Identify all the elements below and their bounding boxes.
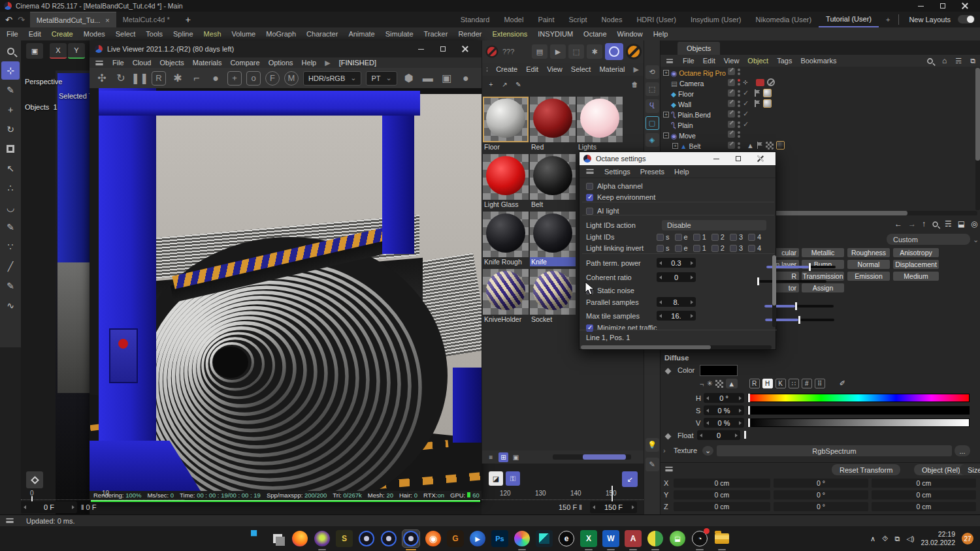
linking-e-checkbox[interactable] (675, 245, 682, 252)
obj-menu-file[interactable]: File (683, 57, 694, 65)
file-explorer-icon[interactable] (713, 530, 730, 547)
menu-extensions[interactable]: Extensions (492, 30, 527, 38)
material-picker-button[interactable]: M (284, 71, 299, 86)
octane-disable-icon[interactable] (626, 44, 642, 59)
scale-z-field[interactable]: 0 cm (872, 502, 976, 511)
mat-menu-edit[interactable]: Edit (526, 65, 538, 73)
menu-spline[interactable]: Spline (173, 30, 193, 38)
attr-mode-dropdown[interactable]: Custom (887, 234, 970, 245)
region-render-button[interactable]: R (152, 71, 166, 86)
maximize-button[interactable] (932, 0, 954, 12)
minimize-button[interactable] (909, 0, 932, 12)
tree-row-camera[interactable]: ▤ Camera (671, 78, 704, 88)
multi-move-tool[interactable]: ∴ (1, 179, 20, 197)
expand-icon[interactable]: + (663, 70, 669, 76)
uv-tag[interactable] (766, 142, 774, 150)
layout-tab-nodes[interactable]: Nodes (595, 12, 630, 27)
menu-tools[interactable]: Tools (146, 30, 163, 38)
new-layouts-label[interactable]: New Layouts (902, 12, 958, 27)
current-frame-input[interactable]: 0 F (21, 501, 77, 513)
material-menu-icon[interactable] (487, 67, 487, 72)
notification-badge[interactable]: 27 (962, 533, 973, 544)
list-view-icon[interactable]: ≡ (486, 452, 496, 462)
media-player-icon[interactable]: ▶ (469, 530, 486, 547)
scale-tool[interactable] (1, 140, 20, 158)
layout-tab-hdri[interactable]: HDRI (User) (629, 12, 683, 27)
channel-metallic[interactable]: Metallic (802, 248, 844, 257)
compact-ui-icon[interactable]: ¬ (700, 380, 704, 388)
pen-point-tool[interactable]: ✎ (1, 218, 20, 236)
dlg-menu-presets[interactable]: Presets (640, 168, 664, 176)
gpu-tool-icon[interactable]: G (447, 530, 464, 547)
dlg-maximize-button[interactable] (727, 153, 749, 165)
select-tool[interactable]: ⊹ (1, 61, 20, 80)
visibility-dots[interactable] (738, 90, 740, 97)
channel-assign[interactable]: Assign (802, 283, 844, 292)
snap-icon[interactable]: ◈ (645, 133, 659, 147)
menu-animate[interactable]: Animate (348, 30, 374, 38)
material-ball-icon[interactable]: ● (208, 71, 223, 86)
lv-close-button[interactable] (454, 43, 476, 55)
enabled-check[interactable]: ✓ (743, 120, 749, 129)
color-picture-icon[interactable]: ▲ (726, 379, 738, 388)
tree-row-wall[interactable]: ◆ Wall (671, 99, 691, 109)
channel-transmission[interactable]: Transmission (802, 272, 844, 281)
layer-toggle[interactable] (728, 89, 735, 97)
menu-create[interactable]: Create (52, 30, 73, 38)
bw-preview-icon[interactable]: ◪ (489, 471, 503, 486)
emeditor-icon[interactable]: e (558, 530, 575, 547)
menu-modes[interactable]: Modes (84, 30, 105, 38)
knife-tool[interactable]: ✎ (1, 277, 20, 295)
visibility-dots[interactable] (738, 69, 740, 75)
hex-mode-button[interactable]: # (802, 379, 812, 388)
tree-row-belt[interactable]: + ▲ Belt (672, 141, 701, 151)
light-id-1-checkbox[interactable] (693, 234, 700, 241)
enabled-check[interactable]: ✓ (743, 110, 749, 118)
sat-input[interactable]: 0 % (704, 405, 744, 415)
lv-menu-options[interactable]: Options (269, 59, 293, 67)
obj-menu-tags[interactable]: Tags (777, 57, 792, 65)
move-tool[interactable]: + (1, 101, 20, 119)
collapse-icon[interactable]: − (663, 133, 669, 138)
excel-icon[interactable]: X (580, 530, 597, 547)
octane-app-icon[interactable]: ◉ (425, 530, 442, 547)
objects-menu-icon[interactable] (666, 59, 673, 63)
active-camera-icon[interactable]: ⊹ (743, 79, 748, 86)
lv-menu-objects[interactable]: Objects (159, 59, 184, 67)
mat-menu-create[interactable]: Create (496, 65, 517, 73)
linking-1-checkbox[interactable] (693, 245, 700, 252)
tree-row-floor[interactable]: ◆ Floor (671, 89, 694, 99)
autokey-button[interactable] (26, 471, 43, 488)
up-icon[interactable]: ↑ (922, 219, 926, 228)
layout-tab-paint[interactable]: Paint (531, 12, 561, 27)
coord-size-dropdown[interactable]: Size ⌄ (960, 464, 980, 475)
layout-tab-model[interactable]: Model (497, 12, 531, 27)
layer-toggle[interactable] (728, 142, 735, 149)
attr-search-icon[interactable] (932, 221, 938, 227)
lv-menu-help[interactable]: Help (302, 59, 317, 67)
float-key-icon[interactable] (665, 433, 672, 440)
mat-menu-select[interactable]: Select (571, 65, 591, 73)
expand-icon[interactable]: + (663, 112, 669, 118)
axis-y-button[interactable]: Y (68, 43, 85, 59)
resolve-icon[interactable] (514, 530, 531, 547)
menu-mograph[interactable]: MoGraph (266, 30, 296, 38)
axis-ball-icon[interactable]: Ⴁ (645, 99, 659, 113)
visibility-dots[interactable] (738, 101, 740, 107)
render-settings-gear-icon[interactable]: ✱ (171, 71, 185, 86)
dlg-menu-settings[interactable]: Settings (604, 168, 630, 176)
mat-menu-view[interactable]: View (547, 65, 563, 73)
pause-render-icon[interactable]: ❚❚ (133, 71, 147, 86)
cinema4d-icon-1[interactable] (358, 530, 375, 547)
layer-toggle[interactable] (728, 68, 735, 75)
doc-tab-active[interactable]: MetalBandCut_Tu... × (30, 12, 116, 27)
add-material-icon[interactable]: + (486, 80, 496, 89)
cast-icon[interactable]: ⧉ (894, 535, 900, 543)
channel-roughness[interactable]: Roughness (847, 248, 890, 257)
coherent-slider[interactable] (757, 280, 826, 283)
word-icon[interactable]: W (602, 530, 619, 547)
speaker-icon[interactable]: ◁) (906, 535, 914, 543)
layout-tab-tutorial[interactable]: Tutorial (User) (819, 12, 879, 27)
brush-tool[interactable]: ╱ (1, 257, 20, 276)
obj-menu-edit[interactable]: Edit (703, 57, 715, 65)
